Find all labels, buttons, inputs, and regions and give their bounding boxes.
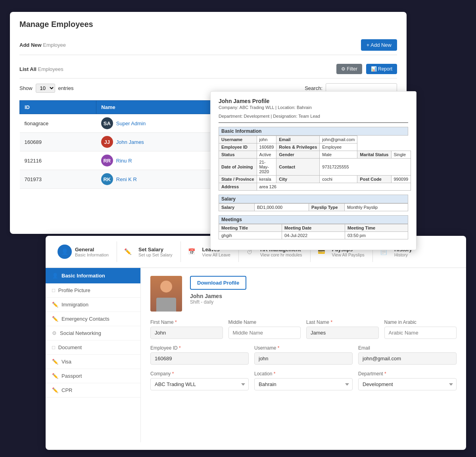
form-row-1: First Name * Middle Name Last Name * [150,319,457,339]
emp-id-input[interactable] [150,352,249,365]
username-val: john [257,136,276,143]
avatar: RK [101,173,113,185]
cpr-icon: ✏️ [52,387,58,393]
department-select[interactable]: Development [358,378,457,390]
row-name: RK Reni K R [96,170,220,189]
location-select[interactable]: Bahrain [254,378,353,390]
sidebar-item-passport[interactable]: ✏️ Passport [46,369,140,383]
salary-table: Salary BD1,000.000 Payslip Type Monthly … [219,203,408,211]
sidebar-item-document[interactable]: □ Document [46,340,140,355]
payslip-label: Payslip Type [309,204,345,211]
doj-label: Date of Joining [219,159,257,176]
tab-general[interactable]: 👤 General Basic Information [54,241,117,262]
required-star: * [175,319,177,325]
report-button[interactable]: 📊 Report [366,64,397,74]
username-group: Username * [254,345,353,365]
last-name-label: Last Name * [306,319,379,325]
sidebar-item-profile-picture[interactable]: □ Profile Picture [46,283,140,298]
tab-salary-sublabel: Set up Set Salary [138,252,173,257]
name-arabic-label: Name in Arabic [384,319,457,325]
profile-overlay: John James Profile Company: ABC Trading … [210,91,416,250]
sidebar-item-cpr[interactable]: ✏️ CPR [46,383,140,398]
sidebar-label-cpr: CPR [61,387,72,393]
empid-label: Employee ID [219,143,257,151]
show-entries: Show 10 25 50 entries [19,84,74,93]
search-label: Search: [305,85,322,91]
email-val: john@gmail.com [320,136,357,143]
meeting-time-val: 03:50 pm [345,232,408,239]
row-name: RR Rinu R [96,151,220,170]
list-actions: ⚙ Filter 📊 Report [336,64,397,74]
tab-general-label: General [75,247,109,252]
sidebar-label-profile-picture: Profile Picture [58,287,90,293]
meetings-table: Meeting Title Meeting Date Meeting Time … [219,224,408,239]
sidebar-label-passport: Passport [61,373,82,379]
state-label: State / Province [219,176,257,183]
employee-link[interactable]: SA Super Admin [101,117,215,129]
first-name-input[interactable] [150,327,223,339]
gender-val: Male [320,151,357,159]
employee-info-block: Download Profile John James Shift - dail… [190,276,246,305]
emergency-contacts-icon: ✏️ [52,316,58,322]
middle-name-label: Middle Name [228,319,301,325]
social-networking-icon: ⚙ [52,330,57,336]
add-new-button[interactable]: + Add New [361,39,397,51]
sidebar-title: 👤 Basic Information [46,268,140,283]
salary-section-title: Salary [219,195,408,203]
tab-leaves-sublabel: View All Leave [202,252,230,257]
name-arabic-input[interactable] [384,327,457,339]
filter-button[interactable]: ⚙ Filter [336,64,362,74]
status-val: Active [257,151,276,159]
sidebar-item-immigration[interactable]: ✏️ Immigration [46,298,140,312]
passport-icon: ✏️ [52,373,58,379]
required-star: * [330,319,332,325]
page-title: Manage Employees [19,20,397,29]
first-name-label: First Name * [150,319,223,325]
emp-id-label: Employee ID * [150,345,249,351]
tab-hr-sublabel: View core hr modules [260,252,302,257]
payslip-val: Monthly Payslip [345,204,408,211]
avatar: RR [101,155,113,166]
employee-photo-figure [150,276,182,312]
doj-val: 21-May-2020 [257,159,276,176]
sidebar-label-emergency-contacts: Emergency Contacts [61,316,109,322]
postcode-label: Post Code [357,176,391,183]
city-val: cochi [320,176,357,183]
download-profile-button[interactable]: Download Profile [190,276,246,290]
contact-label: Contact [276,159,320,176]
postcode-val: 990099 [391,176,411,183]
immigration-icon: ✏️ [52,302,58,308]
last-name-input[interactable] [306,327,379,339]
gender-label: Gender [276,151,320,159]
sidebar-item-social-networking[interactable]: ⚙ Social Networking [46,326,140,340]
salary-label: Salary [219,204,255,211]
employee-shift: Shift - daily [190,299,246,305]
employee-link[interactable]: JJ John James [101,136,215,148]
employee-link[interactable]: RK Reni K R [101,173,215,185]
add-new-text: Add New [19,42,42,48]
add-new-section: Add New Employee + Add New [19,35,397,55]
employee-link[interactable]: RR Rinu R [101,155,215,166]
company-select[interactable]: ABC Trading WLL [150,378,249,390]
avatar: SA [101,117,113,129]
sidebar-label-document: Document [58,344,82,350]
sidebar-item-emergency-contacts[interactable]: ✏️ Emergency Contacts [46,312,140,326]
show-label: Show [19,85,33,91]
sidebar-item-visa[interactable]: ✏️ Visa [46,355,140,369]
entries-select[interactable]: 10 25 50 [36,84,55,93]
company-label: Company * [150,371,249,377]
meeting-date-val: 04-Jul-2022 [282,232,345,239]
username-input[interactable] [254,352,353,365]
email-label: Email [358,345,457,351]
profile-meta2: Department: Development | Designation: T… [219,114,408,119]
salary-icon: ✏️ [121,245,135,259]
emp-name-shift: John James Shift - daily [190,293,246,305]
email-input[interactable] [358,352,457,365]
tab-payslips-sublabel: View All Payslips [332,252,365,257]
middle-name-input[interactable] [228,327,301,339]
form-row-3: Company * ABC Trading WLL Location * Bah… [150,371,457,390]
tab-general-text: General Basic Information [75,247,109,257]
tab-salary-label: Set Salary [138,247,173,252]
avatar: JJ [101,136,113,148]
tab-salary[interactable]: ✏️ Set Salary Set up Set Salary [117,241,181,262]
